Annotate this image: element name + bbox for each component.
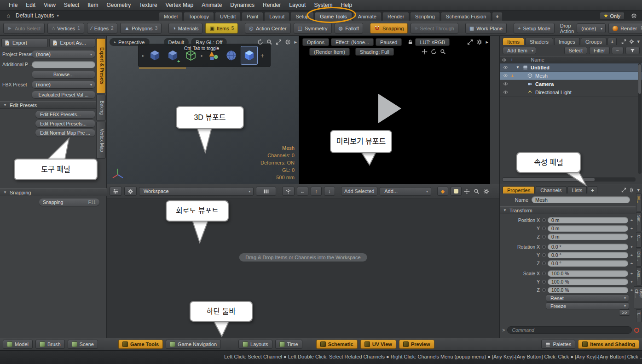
default-layouts-switcher[interactable]: Default Layouts ▾ <box>16 12 59 19</box>
only-button[interactable]: ★ Only <box>600 12 625 20</box>
properties-pane-menu-icon[interactable]: ▾ <box>637 187 640 193</box>
preview-move-icon[interactable] <box>422 49 428 55</box>
add-dropdown[interactable]: Add... <box>380 187 431 196</box>
items-mode-button[interactable]: ▣Items5 <box>205 23 238 34</box>
tab-images[interactable]: Images <box>554 38 580 45</box>
bottom-model-button[interactable]: Model <box>3 340 33 349</box>
layoutbar-gear-icon[interactable] <box>629 12 638 20</box>
itemlist-pane-menu-icon[interactable]: ▾ <box>637 39 640 45</box>
menu-item[interactable]: Item <box>83 0 102 10</box>
bottom-uv-view-button[interactable]: UV View <box>360 340 396 349</box>
zoom-icon[interactable] <box>266 39 272 45</box>
side-tab-mesh[interactable]: M... <box>636 193 642 211</box>
node-icon[interactable] <box>282 187 295 196</box>
bottom-preview-button[interactable]: Preview <box>399 340 434 349</box>
drop-action-dropdown[interactable]: (none) <box>577 23 606 33</box>
side-tab-user-channels[interactable]: User Ch... <box>634 286 642 308</box>
schematic-sliders-icon[interactable] <box>110 187 122 196</box>
bottom-time-button[interactable]: Time <box>275 340 302 349</box>
edit-fbx-presets-button[interactable]: Edit FBX Presets... <box>35 111 95 118</box>
select-through-button[interactable]: »Select Through <box>411 23 458 34</box>
properties-maximize-icon[interactable] <box>621 188 626 193</box>
layout-tab-uvedit[interactable]: UVEdit <box>215 12 241 21</box>
channel-dot-icon[interactable] <box>542 280 546 284</box>
cube-add-tool-icon[interactable]: + <box>164 46 181 65</box>
side-tab-surface[interactable]: Sur... <box>636 212 642 231</box>
preview-options-button[interactable]: Options <box>302 38 329 46</box>
menu-layout[interactable]: Layout <box>285 0 310 10</box>
browse-button[interactable]: Browse... <box>32 71 95 78</box>
scale-z-field[interactable]: 100.0 % <box>548 287 628 293</box>
palette-arrow-icon[interactable]: ▸ <box>141 53 145 58</box>
channel-dot-icon[interactable] <box>542 262 546 265</box>
menu-animate[interactable]: Animate <box>197 0 226 10</box>
preview-lut-dropdown[interactable]: LUT: sRGB <box>415 38 450 46</box>
layout-tab-game-tools[interactable]: Game Tools <box>315 12 352 21</box>
layout-tab-layout[interactable]: Layout <box>264 12 289 21</box>
name-field[interactable]: Mesh <box>532 196 630 203</box>
position-x-field[interactable]: 0 m <box>548 217 628 223</box>
preview-paused-button[interactable]: Paused <box>376 38 402 46</box>
tab-shaders[interactable]: Shaders <box>525 38 553 45</box>
snapping-button[interactable]: Snapping <box>370 23 408 34</box>
edges-mode-button[interactable]: ∕Edges2 <box>87 23 118 34</box>
bottom-layouts-button[interactable]: Layouts <box>238 340 272 349</box>
spinner-icon[interactable]: ◂▸ <box>628 280 635 284</box>
auto-select-button[interactable]: ►Auto Select <box>3 23 45 34</box>
menu-select[interactable]: Select <box>60 0 83 10</box>
bottom-schematic-button[interactable]: Schematic <box>316 340 358 349</box>
view-mode-dropdown[interactable]: ▸Perspective <box>110 38 150 46</box>
side-tab-assembly[interactable]: Ass... <box>636 267 642 285</box>
tab-channels[interactable]: Channels <box>536 186 566 193</box>
menu-help[interactable]: Help <box>336 0 356 10</box>
side-tab-displacement[interactable]: Dis... <box>636 249 642 267</box>
items-and-shading-button[interactable]: Items and Shading <box>578 340 639 349</box>
bottom-scene-button[interactable]: Scene <box>68 340 98 349</box>
render-button[interactable]: RenderF9 <box>608 23 642 34</box>
spinner-icon[interactable]: ◂▸ <box>628 245 635 249</box>
snapping-toggle-button[interactable]: Snapping F11 <box>39 199 99 206</box>
menu-render[interactable]: Render <box>259 0 285 10</box>
work-plane-button[interactable]: ▦Work Plane <box>465 23 507 34</box>
item-row-mesh[interactable]: + Mesh <box>500 72 642 80</box>
item-list-vertical-scrollbar[interactable] <box>638 63 642 174</box>
item-row-camera[interactable]: Camera <box>500 80 642 88</box>
preview-maximize-icon[interactable] <box>467 39 473 45</box>
preview-pane-menu-icon[interactable]: ▸ <box>486 39 488 45</box>
side-tab-export-presets[interactable]: Export & Presets <box>96 38 106 93</box>
edit-presets-section-header[interactable]: ▼Edit Presets <box>0 101 97 109</box>
side-tab-c[interactable]: C... <box>636 232 642 248</box>
preview-zoom-icon[interactable] <box>440 49 446 55</box>
layout-tab-scripting[interactable]: Scripting <box>410 12 440 21</box>
action-center-button[interactable]: ◎Action Center <box>245 23 290 34</box>
menu-file[interactable]: File <box>5 0 22 10</box>
visibility-column-eye-icon[interactable] <box>502 57 507 63</box>
scale-y-field[interactable]: 100.0 % <box>548 279 628 285</box>
select-button[interactable]: Select <box>564 47 588 54</box>
transform-section-header[interactable]: ▼Transform <box>500 206 636 214</box>
add-item-dropdown[interactable]: Add Item <box>503 47 536 54</box>
preview-shading-dropdown[interactable]: Shading: Full <box>355 48 394 56</box>
tab-items[interactable]: Items <box>503 38 524 45</box>
bottom-game-tools-button[interactable]: Game Tools <box>118 340 163 349</box>
add-selected-button[interactable]: Add Selected <box>341 187 377 196</box>
collapse-minus-button[interactable]: − <box>612 47 624 54</box>
name-column-header[interactable]: Name <box>531 57 544 63</box>
preview-effect-dropdown[interactable]: Effect: (None... <box>331 38 374 46</box>
materials-mode-button[interactable]: ◑Materials <box>168 23 202 34</box>
layout-tab-render[interactable]: Render <box>382 12 409 21</box>
schematic-gear-add-icon[interactable] <box>124 187 137 196</box>
bottom-brush-button[interactable]: Brush <box>35 340 65 349</box>
reset-button[interactable]: Reset <box>546 295 629 301</box>
pane-menu-icon[interactable]: ▸ <box>294 39 297 45</box>
shading-style-button[interactable]: Default <box>164 38 189 46</box>
cube-tool-icon[interactable] <box>146 46 163 65</box>
diamond-toggle-button[interactable]: ◆ <box>437 187 448 196</box>
rotation-z-field[interactable]: 0.0 ° <box>548 260 628 267</box>
falloff-button[interactable]: ◍Falloff <box>335 23 363 34</box>
arrow-down-icon[interactable]: ↓ <box>324 187 335 196</box>
tab-properties[interactable]: Properties <box>503 186 535 193</box>
vertices-mode-button[interactable]: ∴Vertices1 <box>47 23 84 34</box>
keyframe-toggle-button[interactable] <box>451 187 462 196</box>
layout-tab-animate[interactable]: Animate <box>353 12 382 21</box>
